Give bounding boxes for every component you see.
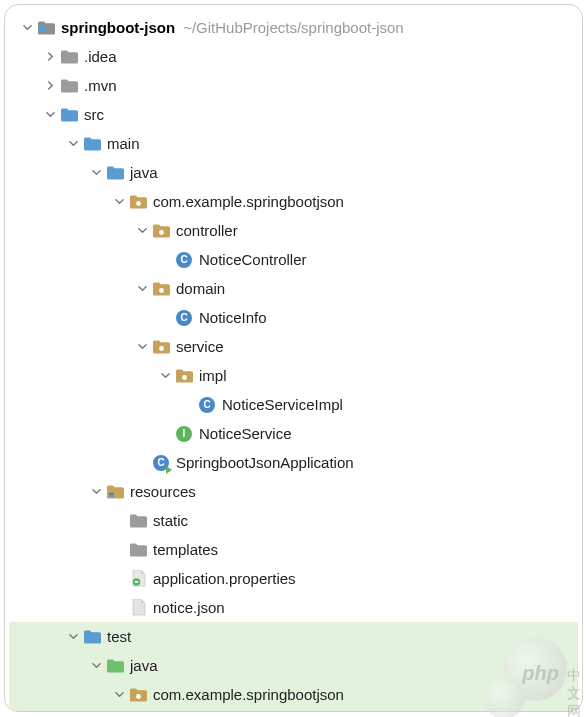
tree-node-hint: ~/GitHubProjects/springboot-json <box>183 19 404 36</box>
resources-icon <box>106 483 124 501</box>
chevron-down-icon[interactable] <box>88 484 104 500</box>
chevron-down-icon[interactable] <box>88 658 104 674</box>
tree-node-label: service <box>176 338 224 355</box>
chevron-down-icon[interactable] <box>111 194 127 210</box>
chevron-right-icon[interactable] <box>42 78 58 94</box>
tree-node-label: .idea <box>84 48 117 65</box>
tree-node-label: com.example.springbootjson <box>153 686 344 703</box>
tree-row[interactable]: static <box>9 506 578 535</box>
tree-node-label: com.example.springbootjson <box>153 193 344 210</box>
tree-node-label: test <box>107 628 131 645</box>
folder-gray-icon <box>60 77 78 95</box>
package-icon <box>175 367 193 385</box>
chevron-down-icon[interactable] <box>111 687 127 703</box>
tree-node-label: SpringbootJsonApplication <box>176 454 354 471</box>
tree-row[interactable]: CSpringbootJsonApplication <box>9 448 578 477</box>
svg-point-3 <box>159 288 164 293</box>
tree-node-label: impl <box>199 367 227 384</box>
project-tree[interactable]: springboot-json~/GitHubProjects/springbo… <box>9 13 578 712</box>
tree-node-label: src <box>84 106 104 123</box>
tree-row[interactable]: test <box>9 622 578 651</box>
folder-gray-icon <box>129 512 147 530</box>
tree-row[interactable]: domain <box>9 274 578 303</box>
tree-node-label: NoticeController <box>199 251 307 268</box>
folder-gray-icon <box>129 541 147 559</box>
tree-node-label: application.properties <box>153 570 296 587</box>
project-tree-panel: springboot-json~/GitHubProjects/springbo… <box>4 4 583 712</box>
tree-row[interactable]: java <box>9 158 578 187</box>
json-file-icon <box>129 599 147 617</box>
folder-green-icon <box>106 657 124 675</box>
tree-row[interactable]: application.properties <box>9 564 578 593</box>
interface-icon: I <box>175 425 193 443</box>
tree-row[interactable]: controller <box>9 216 578 245</box>
tree-node-label: java <box>130 657 158 674</box>
chevron-down-icon[interactable] <box>19 20 35 36</box>
chevron-down-icon[interactable] <box>134 281 150 297</box>
tree-row[interactable]: resources <box>9 477 578 506</box>
svg-rect-7 <box>109 493 114 494</box>
package-icon <box>129 193 147 211</box>
folder-blue-icon <box>106 164 124 182</box>
chevron-down-icon[interactable] <box>134 339 150 355</box>
tree-row[interactable]: CNoticeController <box>9 245 578 274</box>
tree-row[interactable]: main <box>9 129 578 158</box>
tree-row[interactable]: com.example.springbootjson <box>9 680 578 709</box>
tree-row[interactable]: com.example.springbootjson <box>9 187 578 216</box>
tree-row[interactable]: CSpringbootJsonApplicationTests <box>9 709 578 712</box>
package-icon <box>152 338 170 356</box>
tree-node-label: resources <box>130 483 196 500</box>
tree-node-label: domain <box>176 280 225 297</box>
tree-node-label: controller <box>176 222 238 239</box>
tree-row[interactable]: impl <box>9 361 578 390</box>
chevron-down-icon[interactable] <box>157 368 173 384</box>
tree-row[interactable]: notice.json <box>9 593 578 622</box>
tree-node-label: notice.json <box>153 599 225 616</box>
tree-row[interactable]: java <box>9 651 578 680</box>
svg-point-5 <box>182 375 187 380</box>
package-icon <box>152 222 170 240</box>
tree-row[interactable]: templates <box>9 535 578 564</box>
properties-icon <box>129 570 147 588</box>
chevron-down-icon[interactable] <box>65 136 81 152</box>
package-icon <box>129 686 147 704</box>
folder-gray-icon <box>60 48 78 66</box>
folder-blue-icon <box>83 135 101 153</box>
svg-point-1 <box>136 201 141 206</box>
svg-point-4 <box>159 346 164 351</box>
tree-row[interactable]: .idea <box>9 42 578 71</box>
svg-rect-0 <box>39 26 45 32</box>
chevron-right-icon[interactable] <box>42 49 58 65</box>
class-icon: C <box>198 396 216 414</box>
chevron-down-icon[interactable] <box>42 107 58 123</box>
tree-node-label: java <box>130 164 158 181</box>
module-icon <box>37 19 55 37</box>
folder-blue-icon <box>60 106 78 124</box>
tree-row[interactable]: CNoticeServiceImpl <box>9 390 578 419</box>
class-run-icon: C <box>152 454 170 472</box>
tree-row[interactable]: .mvn <box>9 71 578 100</box>
tree-node-label: .mvn <box>84 77 117 94</box>
chevron-down-icon[interactable] <box>65 629 81 645</box>
tree-row[interactable]: CNoticeInfo <box>9 303 578 332</box>
tree-node-label: templates <box>153 541 218 558</box>
class-icon: C <box>175 309 193 327</box>
class-icon: C <box>175 251 193 269</box>
tree-row[interactable]: INoticeService <box>9 419 578 448</box>
tree-row[interactable]: service <box>9 332 578 361</box>
tree-node-label: springboot-json <box>61 19 175 36</box>
svg-point-2 <box>159 230 164 235</box>
tree-node-label: NoticeServiceImpl <box>222 396 343 413</box>
svg-rect-9 <box>134 581 137 583</box>
tree-node-label: main <box>107 135 140 152</box>
tree-node-label: NoticeService <box>199 425 292 442</box>
package-icon <box>152 280 170 298</box>
folder-blue-icon <box>83 628 101 646</box>
tree-row[interactable]: springboot-json~/GitHubProjects/springbo… <box>9 13 578 42</box>
svg-point-10 <box>136 694 141 699</box>
tree-node-label: static <box>153 512 188 529</box>
tree-row[interactable]: src <box>9 100 578 129</box>
chevron-down-icon[interactable] <box>88 165 104 181</box>
tree-node-label: NoticeInfo <box>199 309 267 326</box>
chevron-down-icon[interactable] <box>134 223 150 239</box>
